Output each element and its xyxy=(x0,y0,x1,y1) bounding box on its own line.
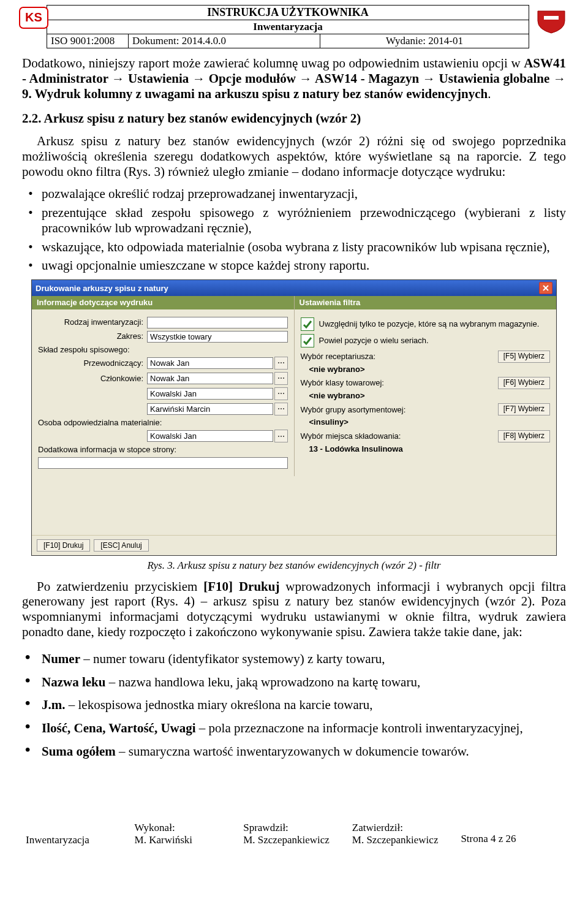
input-rodzaj[interactable] xyxy=(147,317,288,328)
label-wybor-grupa: Wybór grupy asortymentowej: xyxy=(301,405,498,414)
input-czlonek-2[interactable] xyxy=(147,388,273,400)
input-zakres[interactable] xyxy=(147,331,288,343)
lookup-button[interactable]: ⋯ xyxy=(274,430,288,442)
dialog-col-left-header: Informacje dotyczące wydruku xyxy=(32,296,294,309)
header-doc: Dokument: 2014.4.0.0 xyxy=(129,34,320,48)
page-number: Strona 4 z 26 xyxy=(457,821,566,848)
label-rodzaj: Rodzaj inwentaryzacji: xyxy=(38,317,147,327)
page-footer: Inwentaryzacja Wykonał:M. Karwiński Spra… xyxy=(22,821,566,848)
input-stopka[interactable] xyxy=(38,457,288,469)
dialog-titlebar[interactable]: Drukowanie arkuszy spisu z natury xyxy=(32,280,556,296)
input-czlonek-1[interactable] xyxy=(147,373,273,384)
label-czlonkowie: Członkowie: xyxy=(38,374,147,383)
label-osoba-odp: Osoba odpowiedzialna materialnie: xyxy=(38,418,162,427)
checkbox-magazyn-label: Uwzględnij tylko te pozycje, które są na… xyxy=(319,319,551,328)
label-sklad: Skład zespołu spisowego: xyxy=(38,345,130,354)
lookup-button[interactable]: ⋯ xyxy=(274,387,288,400)
definition-item: J.m. – lekospisowa jednostka miary okreś… xyxy=(39,693,566,713)
footer-name: Inwentaryzacja xyxy=(22,821,131,848)
bullet-item: pozwalające określić rodzaj przeprowadza… xyxy=(39,186,566,202)
crest-logo xyxy=(533,5,570,34)
header-iso: ISO 9001:2008 xyxy=(47,34,129,48)
button-f6-wybierz[interactable]: [F6] Wybierz xyxy=(498,377,550,389)
definition-list: Numer – numer towaru (identyfikator syst… xyxy=(39,647,566,759)
dialog-title-text: Drukowanie arkuszy spisu z natury xyxy=(36,284,168,293)
button-f10-drukuj[interactable]: [F10] Drukuj xyxy=(37,539,90,552)
figure-caption: Rys. 3. Arkusz spisu z natury bez stanów… xyxy=(22,560,566,572)
header-wyd: Wydanie: 2014-01 xyxy=(320,34,529,48)
value-wybor-klasa: <nie wybrano> xyxy=(301,391,551,400)
paragraph-1: Dodatkowo, niniejszy raport może zawiera… xyxy=(22,56,566,101)
button-f7-wybierz[interactable]: [F7] Wybierz xyxy=(498,403,550,415)
dialog-print-sheets: Drukowanie arkuszy spisu z natury Inform… xyxy=(31,279,557,555)
lookup-button[interactable]: ⋯ xyxy=(274,357,288,370)
header-subtitle: Inwentaryzacja xyxy=(47,20,529,34)
bullet-item: uwagi opcjonalnie umieszczane w stopce k… xyxy=(39,258,566,273)
label-wybor-recept: Wybór receptariusza: xyxy=(301,352,498,361)
svg-text:KS: KS xyxy=(25,10,42,24)
header-box: INSTRUKCJA UŻYTKOWNIKA Inwentaryzacja IS… xyxy=(47,5,529,48)
brand-logo: KS xyxy=(18,5,49,36)
lookup-button[interactable]: ⋯ xyxy=(274,403,288,415)
definition-item: Ilość, Cena, Wartość, Uwagi – pola przez… xyxy=(39,716,566,736)
value-wybor-recept: <nie wybrano> xyxy=(301,365,551,374)
input-czlonek-3[interactable] xyxy=(147,403,273,415)
input-osoba-odp[interactable] xyxy=(147,430,273,442)
value-wybor-grupa: <insuliny> xyxy=(301,417,551,427)
checkbox-powiel[interactable] xyxy=(301,334,314,347)
label-stopka: Dodatkowa informacja w stopce strony: xyxy=(38,445,176,454)
section-title-2-2: 2.2. Arkusz spisu z natury bez stanów ew… xyxy=(22,111,566,126)
checkbox-powiel-label: Powiel pozycje o wielu seriach. xyxy=(319,336,551,345)
label-wybor-klasa: Wybór klasy towarowej: xyxy=(301,378,498,387)
close-icon[interactable] xyxy=(539,282,552,294)
input-przewodniczacy[interactable] xyxy=(147,357,273,369)
value-wybor-miejsce: 13 - Lodówka Insulinowa xyxy=(301,444,551,453)
footer-zatwierdzil: Zatwierdził:M. Szczepankiewicz xyxy=(349,821,458,848)
bullet-item: wskazujące, kto odpowiada materialnie (o… xyxy=(39,240,566,255)
lookup-button[interactable]: ⋯ xyxy=(274,372,288,385)
footer-sprawdzil: Sprawdził:M. Szczepankiewicz xyxy=(239,821,349,848)
label-wybor-miejsce: Wybór miejsca składowania: xyxy=(301,431,498,441)
checkbox-magazyn[interactable] xyxy=(301,317,314,331)
bullet-item: prezentujące skład zespołu spisowego z w… xyxy=(39,205,566,236)
label-przewodniczacy: Przewodniczący: xyxy=(38,358,147,368)
button-f5-wybierz[interactable]: [F5] Wybierz xyxy=(498,351,550,363)
button-esc-anuluj[interactable]: [ESC] Anuluj xyxy=(94,539,148,552)
header-title: INSTRUKCJA UŻYTKOWNIKA xyxy=(47,6,529,20)
paragraph-2: Arkusz spisu z natury bez stanów ewidenc… xyxy=(22,134,566,179)
definition-item: Nazwa leku – nazwa handlowa leku, jaką w… xyxy=(39,670,566,690)
footer-wykonal: Wykonał:M. Karwiński xyxy=(131,821,240,848)
dialog-col-right-header: Ustawienia filtra xyxy=(295,296,557,309)
definition-item: Numer – numer towaru (identyfikator syst… xyxy=(39,647,566,667)
label-zakres: Zakres: xyxy=(38,332,147,341)
paragraph-3: Po zatwierdzeniu przyciskiem [F10] Druku… xyxy=(22,579,566,640)
definition-item: Suma ogółem – sumaryczna wartość inwenta… xyxy=(39,740,566,759)
button-f8-wybierz[interactable]: [F8] Wybierz xyxy=(498,430,550,442)
bullet-list-1: pozwalające określić rodzaj przeprowadza… xyxy=(39,186,566,273)
